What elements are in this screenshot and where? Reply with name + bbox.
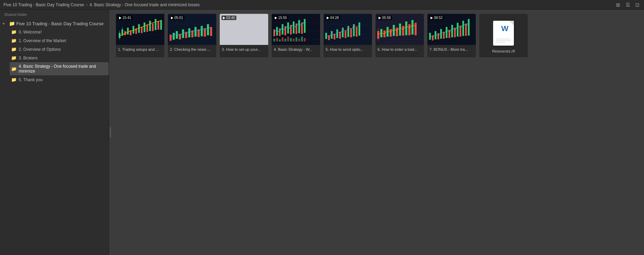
file-grid: 15:41 1. Trading setups and ... bbox=[116, 14, 640, 57]
sidebar-item-0-label: 0. Welcome! bbox=[19, 30, 42, 35]
view-icon-grid[interactable]: ⊡ bbox=[634, 2, 641, 8]
svg-rect-115 bbox=[457, 23, 459, 37]
folder-icon-5: 📁 bbox=[11, 77, 17, 82]
sidebar-item-1[interactable]: 📁 1. Overview of the Market bbox=[10, 36, 109, 45]
video-label-6: 6. How to enter a trad... bbox=[375, 45, 424, 55]
shared-folder-label: Shared folder bbox=[0, 10, 109, 18]
video-thumb-4: 15:55 bbox=[272, 14, 320, 45]
top-bar: Five 10 Trading - Basic Day Trading Cour… bbox=[0, 0, 644, 10]
breadcrumb: Five 10 Trading - Basic Day Trading Cour… bbox=[3, 2, 200, 7]
video-card-1[interactable]: 15:41 1. Trading setups and ... bbox=[116, 14, 164, 57]
video-card-4[interactable]: 15:55 4. Basic Strategy - W... bbox=[272, 14, 320, 57]
video-label-5: 5. How to send optio... bbox=[324, 45, 372, 55]
svg-rect-93 bbox=[390, 29, 392, 37]
doc-line-2 bbox=[496, 40, 511, 41]
sidebar-item-2-label: 2. Overview of Options bbox=[19, 47, 61, 52]
svg-rect-43 bbox=[273, 39, 275, 41]
duration-text-6: 05:58 bbox=[382, 16, 391, 20]
sidebar-item-4[interactable]: 📁 4. Basic Strategy - One focused trade … bbox=[10, 62, 109, 75]
svg-rect-95 bbox=[396, 28, 398, 36]
svg-rect-96 bbox=[399, 23, 401, 36]
video-card-5[interactable]: 04:28 5. How to send optio... bbox=[324, 14, 372, 57]
svg-rect-98 bbox=[405, 21, 407, 35]
duration-text-2: 05:01 bbox=[174, 16, 183, 20]
folder-icon-1: 📁 bbox=[11, 38, 17, 43]
folder-icon-4: 📁 bbox=[11, 66, 17, 72]
video-card-3[interactable]: 03:40 3. How to set up your... bbox=[220, 14, 268, 57]
svg-rect-66 bbox=[304, 19, 306, 33]
sidebar-root-item[interactable]: ▾ 📁 Five 10 Trading - Basic Day Trading … bbox=[0, 19, 109, 28]
sidebar-resizer[interactable] bbox=[109, 10, 112, 255]
breadcrumb-current: 4. Basic Strategy - One focused trade an… bbox=[90, 2, 200, 7]
main-layout: Shared folder ▾ 📁 Five 10 Trading - Basi… bbox=[0, 10, 644, 255]
play-icon-4 bbox=[275, 17, 277, 19]
svg-rect-21 bbox=[160, 20, 162, 30]
video-card-6[interactable]: 05:58 6. How to enter a trad... bbox=[375, 14, 424, 57]
sidebar-item-3[interactable]: 📁 3. Brokers bbox=[10, 54, 109, 62]
svg-rect-101 bbox=[415, 23, 417, 35]
svg-rect-15 bbox=[144, 22, 145, 32]
doc-card-resources[interactable]: W Resources.rtf bbox=[479, 14, 528, 57]
duration-text-3: 03:40 bbox=[226, 16, 235, 20]
video-label-2: 2. Checking the news ... bbox=[168, 45, 216, 55]
video-thumb-5: 04:28 bbox=[324, 14, 372, 45]
sidebar-root-label: Five 10 Trading - Basic Day Trading Cour… bbox=[16, 21, 103, 26]
svg-rect-113 bbox=[451, 25, 453, 37]
sidebar-children: 📁 0. Welcome! 📁 1. Overview of the Marke… bbox=[0, 28, 109, 84]
duration-badge-5: 04:28 bbox=[325, 16, 340, 20]
sidebar-item-3-label: 3. Brokers bbox=[19, 56, 38, 60]
view-icon-small[interactable]: ⊞ bbox=[615, 2, 621, 8]
svg-rect-54 bbox=[304, 38, 306, 41]
svg-rect-117 bbox=[462, 21, 464, 36]
svg-rect-32 bbox=[191, 30, 193, 37]
resizer-handle bbox=[110, 127, 111, 138]
svg-rect-16 bbox=[146, 25, 148, 32]
svg-rect-47 bbox=[284, 39, 286, 41]
svg-rect-114 bbox=[454, 28, 456, 37]
view-icon-list[interactable]: ☰ bbox=[625, 2, 631, 8]
svg-rect-111 bbox=[446, 27, 447, 38]
svg-rect-18 bbox=[152, 23, 154, 31]
sidebar-item-0[interactable]: 📁 0. Welcome! bbox=[10, 28, 109, 36]
video-card-7[interactable]: 08:52 7. BONUS - More tra... bbox=[427, 14, 476, 57]
svg-rect-30 bbox=[185, 32, 187, 38]
duration-badge-3: 03:40 bbox=[221, 16, 236, 20]
sidebar-tree: ▾ 📁 Five 10 Trading - Basic Day Trading … bbox=[0, 18, 109, 85]
play-icon-3 bbox=[223, 17, 225, 19]
video-label-4: 4. Basic Strategy - W... bbox=[272, 45, 320, 55]
svg-rect-25 bbox=[170, 35, 172, 41]
video-card-2[interactable]: 05:01 2. Checking the news ... bbox=[168, 14, 216, 57]
doc-line-1 bbox=[496, 39, 511, 39]
play-icon-1 bbox=[119, 17, 121, 19]
svg-rect-31 bbox=[188, 28, 190, 37]
svg-rect-9 bbox=[127, 28, 129, 35]
svg-rect-71 bbox=[328, 35, 330, 40]
svg-rect-51 bbox=[296, 37, 297, 41]
svg-rect-49 bbox=[290, 38, 292, 41]
folder-icon-root: 📁 bbox=[9, 21, 15, 26]
play-icon-2 bbox=[171, 17, 173, 19]
svg-rect-64 bbox=[298, 20, 300, 33]
svg-rect-92 bbox=[387, 27, 389, 37]
duration-badge-7: 08:52 bbox=[429, 16, 444, 20]
word-icon: W bbox=[501, 24, 509, 33]
svg-rect-110 bbox=[443, 32, 445, 39]
svg-rect-14 bbox=[141, 27, 143, 33]
duration-text-7: 08:52 bbox=[434, 16, 443, 20]
video-label-7: 7. BONUS - More tra... bbox=[427, 45, 476, 55]
svg-rect-11 bbox=[133, 26, 134, 34]
sidebar-item-5[interactable]: 📁 5. Thank you bbox=[10, 75, 109, 84]
sidebar-item-2[interactable]: 📁 2. Overview of Options bbox=[10, 45, 109, 54]
doc-icon-resources: W bbox=[493, 21, 514, 46]
svg-rect-99 bbox=[408, 24, 410, 35]
svg-rect-26 bbox=[173, 33, 175, 40]
breadcrumb-root[interactable]: Five 10 Trading - Basic Day Trading Cour… bbox=[3, 2, 84, 7]
svg-rect-37 bbox=[207, 24, 209, 35]
sidebar: Shared folder ▾ 📁 Five 10 Trading - Basi… bbox=[0, 10, 109, 255]
svg-rect-46 bbox=[282, 37, 283, 41]
svg-rect-58 bbox=[282, 24, 283, 35]
svg-rect-112 bbox=[448, 30, 450, 38]
duration-badge-4: 15:55 bbox=[273, 16, 288, 20]
svg-rect-108 bbox=[437, 33, 439, 39]
play-icon-7 bbox=[430, 17, 433, 19]
